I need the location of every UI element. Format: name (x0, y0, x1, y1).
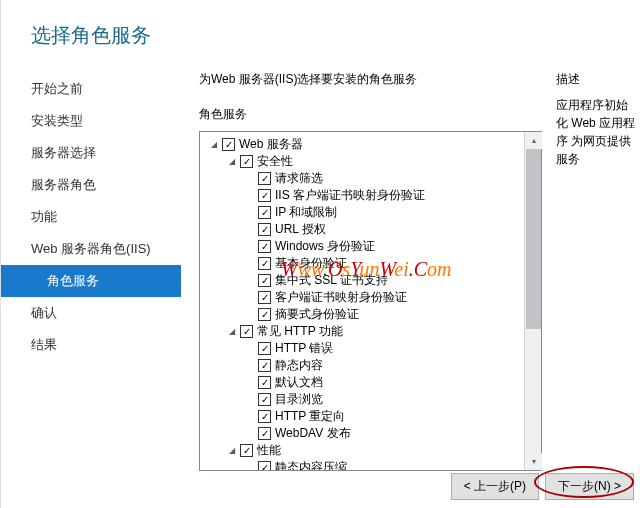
checkbox[interactable] (258, 393, 271, 406)
section-label: 角色服务 (199, 106, 542, 123)
role-services-tree: Web 服务器安全性请求筛选IIS 客户端证书映射身份验证IP 和域限制URL … (199, 131, 542, 471)
checkbox[interactable] (258, 376, 271, 389)
tree-scrollbar[interactable]: ▴ ▾ (524, 132, 541, 470)
tree-label: Windows 身份验证 (275, 238, 375, 255)
tree-label: URL 授权 (275, 221, 326, 238)
checkbox[interactable] (240, 325, 253, 338)
nav-item-0[interactable]: 开始之前 (1, 73, 181, 105)
tree-label: 摘要式身份验证 (275, 306, 359, 323)
tree-row[interactable]: 静态内容压缩 (202, 459, 522, 470)
tree-row[interactable]: 基本身份验证 (202, 255, 522, 272)
tree-label: IIS 客户端证书映射身份验证 (275, 187, 425, 204)
checkbox[interactable] (222, 138, 235, 151)
tree-row[interactable]: HTTP 错误 (202, 340, 522, 357)
tree-label: Web 服务器 (239, 136, 303, 153)
nav-item-3[interactable]: 服务器角色 (1, 169, 181, 201)
tree-label: 性能 (257, 442, 281, 459)
collapse-icon[interactable] (226, 156, 238, 168)
tree-label: 安全性 (257, 153, 293, 170)
tree-label: 基本身份验证 (275, 255, 347, 272)
collapse-icon[interactable] (226, 445, 238, 457)
tree-row[interactable]: 性能 (202, 442, 522, 459)
nav-item-2[interactable]: 服务器选择 (1, 137, 181, 169)
tree-label: 静态内容 (275, 357, 323, 374)
checkbox[interactable] (258, 410, 271, 423)
checkbox[interactable] (258, 223, 271, 236)
tree-row[interactable]: 静态内容 (202, 357, 522, 374)
tree-label: 请求筛选 (275, 170, 323, 187)
checkbox[interactable] (240, 444, 253, 457)
tree-row[interactable]: WebDAV 发布 (202, 425, 522, 442)
tree-label: HTTP 错误 (275, 340, 333, 357)
page-title: 选择角色服务 (31, 22, 640, 49)
tree-label: IP 和域限制 (275, 204, 337, 221)
tree-row[interactable]: 目录浏览 (202, 391, 522, 408)
tree-row[interactable]: 集中式 SSL 证书支持 (202, 272, 522, 289)
wizard-sidebar: 开始之前安装类型服务器选择服务器角色功能Web 服务器角色(IIS)角色服务确认… (1, 67, 181, 467)
tree-row[interactable]: 常见 HTTP 功能 (202, 323, 522, 340)
tree-row[interactable]: URL 授权 (202, 221, 522, 238)
description-heading: 描述 (556, 71, 636, 88)
checkbox[interactable] (258, 291, 271, 304)
checkbox[interactable] (240, 155, 253, 168)
checkbox[interactable] (258, 189, 271, 202)
nav-item-4[interactable]: 功能 (1, 201, 181, 233)
tree-row[interactable]: IIS 客户端证书映射身份验证 (202, 187, 522, 204)
tree-row[interactable]: 请求筛选 (202, 170, 522, 187)
checkbox[interactable] (258, 359, 271, 372)
tree-label: WebDAV 发布 (275, 425, 351, 442)
next-button[interactable]: 下一步(N) > (545, 473, 634, 500)
collapse-icon[interactable] (226, 326, 238, 338)
tree-row[interactable]: 默认文档 (202, 374, 522, 391)
nav-item-6[interactable]: 角色服务 (1, 265, 181, 297)
nav-item-8[interactable]: 结果 (1, 329, 181, 361)
collapse-icon[interactable] (208, 139, 220, 151)
tree-label: 默认文档 (275, 374, 323, 391)
nav-item-7[interactable]: 确认 (1, 297, 181, 329)
tree-row[interactable]: Web 服务器 (202, 136, 522, 153)
tree-row[interactable]: 客户端证书映射身份验证 (202, 289, 522, 306)
checkbox[interactable] (258, 427, 271, 440)
tree-row[interactable]: 摘要式身份验证 (202, 306, 522, 323)
nav-item-5[interactable]: Web 服务器角色(IIS) (1, 233, 181, 265)
tree-row[interactable]: Windows 身份验证 (202, 238, 522, 255)
checkbox[interactable] (258, 308, 271, 321)
nav-item-1[interactable]: 安装类型 (1, 105, 181, 137)
tree-label: 静态内容压缩 (275, 459, 347, 470)
main-subtitle: 为Web 服务器(IIS)选择要安装的角色服务 (199, 71, 542, 88)
checkbox[interactable] (258, 206, 271, 219)
checkbox[interactable] (258, 274, 271, 287)
tree-row[interactable]: HTTP 重定向 (202, 408, 522, 425)
checkbox[interactable] (258, 172, 271, 185)
checkbox[interactable] (258, 461, 271, 470)
scroll-thumb[interactable] (526, 149, 541, 329)
checkbox[interactable] (258, 342, 271, 355)
scroll-up-button[interactable]: ▴ (525, 132, 542, 149)
tree-label: 目录浏览 (275, 391, 323, 408)
tree-label: HTTP 重定向 (275, 408, 345, 425)
previous-button[interactable]: < 上一步(P) (451, 473, 539, 500)
tree-row[interactable]: 安全性 (202, 153, 522, 170)
description-text: 应用程序初始化 Web 应用程序 为网页提供服务 (556, 96, 636, 168)
tree-label: 集中式 SSL 证书支持 (275, 272, 388, 289)
tree-label: 客户端证书映射身份验证 (275, 289, 407, 306)
tree-label: 常见 HTTP 功能 (257, 323, 343, 340)
tree-row[interactable]: IP 和域限制 (202, 204, 522, 221)
checkbox[interactable] (258, 257, 271, 270)
scroll-down-button[interactable]: ▾ (525, 453, 542, 470)
checkbox[interactable] (258, 240, 271, 253)
